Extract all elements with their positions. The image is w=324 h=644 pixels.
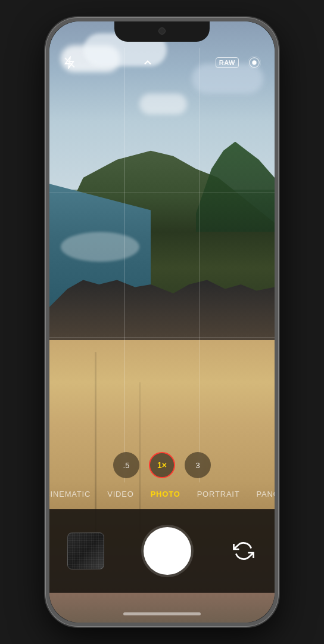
expand-options-button[interactable] (142, 57, 154, 69)
phone-frame: RAW .5 1× 3 (46, 18, 278, 626)
raw-button[interactable]: RAW (216, 57, 239, 68)
zoom-point5-button[interactable]: .5 (113, 452, 139, 478)
mode-cinematic[interactable]: CINEMATIC (49, 490, 91, 499)
camera-bottom-controls (49, 509, 275, 593)
mode-portrait[interactable]: PORTRAIT (197, 490, 240, 499)
mode-pano[interactable]: PANO (257, 490, 275, 499)
live-photo-button[interactable] (244, 52, 265, 73)
zoom-1x-label: 1× (157, 460, 167, 470)
zoom-3x-button[interactable]: 3 (185, 452, 211, 478)
thumbnail-preview (68, 533, 104, 569)
zoom-controls: .5 1× 3 (49, 452, 275, 478)
vegetation (196, 142, 275, 232)
camera-top-bar: RAW (49, 48, 275, 78)
top-right-controls: RAW (216, 52, 265, 73)
zoom-3x-label: 3 (195, 461, 200, 470)
mode-video[interactable]: VIDEO (107, 490, 133, 499)
camera-mode-strip: CINEMATIC VIDEO PHOTO PORTRAIT PANO (49, 482, 275, 506)
chevron-up-icon (142, 57, 154, 69)
notch (114, 21, 210, 42)
mode-photo[interactable]: PHOTO (151, 490, 180, 499)
svg-point-0 (252, 60, 256, 64)
flip-camera-icon (233, 540, 254, 562)
zoom-1x-button[interactable]: 1× (149, 452, 175, 478)
flip-camera-button[interactable] (230, 538, 257, 564)
zoom-point5-label: .5 (123, 461, 130, 470)
phone-inner: RAW .5 1× 3 (49, 21, 275, 623)
photo-thumbnail[interactable] (67, 532, 104, 569)
live-photo-icon (248, 56, 261, 69)
front-camera (158, 27, 166, 35)
flash-button[interactable] (59, 52, 80, 73)
cloud (139, 94, 187, 114)
shutter-button[interactable] (144, 527, 191, 575)
home-indicator[interactable] (123, 612, 201, 615)
waves (61, 232, 139, 262)
